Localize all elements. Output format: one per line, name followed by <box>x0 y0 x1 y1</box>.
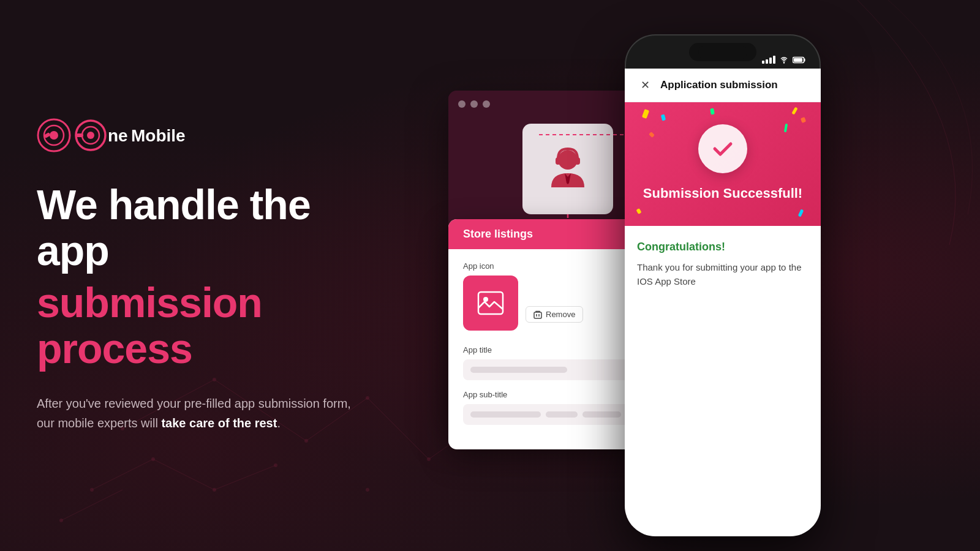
congrats-text: Thank you for submitting your app to the… <box>637 261 809 288</box>
logo-icon <box>37 118 71 152</box>
confetti-6 <box>636 208 641 214</box>
confetti-5 <box>784 124 788 132</box>
image-placeholder-icon <box>477 291 504 315</box>
app-icon-upload[interactable] <box>463 276 518 331</box>
signal-icon <box>762 56 775 64</box>
browser-dot-2 <box>470 100 478 108</box>
status-icons <box>762 56 806 64</box>
svg-text:ne: ne <box>108 126 128 145</box>
app-subtitle-placeholder-2 <box>546 411 578 418</box>
svg-point-38 <box>483 297 488 302</box>
left-panel: ne Mobile We handle the app submission p… <box>0 0 417 551</box>
phone-body: Congratulations! Thank you for submittin… <box>625 226 821 536</box>
confetti-7 <box>798 209 804 217</box>
phone-success-banner: Submission Successfull! <box>625 102 821 226</box>
right-panel: Store listings App icon <box>417 0 980 551</box>
battery-icon <box>793 56 806 64</box>
agent-icon <box>540 141 595 197</box>
svg-point-45 <box>783 62 785 63</box>
headline-line2: submission process <box>37 280 380 372</box>
svg-point-23 <box>50 131 58 140</box>
svg-rect-37 <box>478 292 503 314</box>
logo-svg: ne Mobile <box>75 119 197 151</box>
svg-rect-47 <box>794 58 802 62</box>
browser-dot-1 <box>458 100 466 108</box>
confetti-2 <box>661 114 666 121</box>
description: After you've reviewed your pre-filled ap… <box>37 394 355 433</box>
svg-text:Mobile: Mobile <box>131 126 186 145</box>
agent-card <box>522 124 613 214</box>
phone-header: ✕ Application submission <box>625 69 821 102</box>
confetti-9 <box>710 108 715 115</box>
confetti-3 <box>791 107 797 115</box>
confetti-4 <box>801 117 806 123</box>
browser-dot-3 <box>483 100 490 108</box>
success-text: Submission Successfull! <box>643 186 802 201</box>
app-subtitle-placeholder-1 <box>470 411 541 418</box>
phone-header-title: Application submission <box>660 79 809 91</box>
remove-icon <box>533 310 542 319</box>
svg-point-27 <box>87 132 94 139</box>
confetti-8 <box>649 132 655 138</box>
headline-line1: We handle the app <box>37 182 380 274</box>
phone-close-button[interactable]: ✕ <box>637 77 653 93</box>
phone-mockup: ✕ Application submission Submission Succ… <box>625 34 821 536</box>
svg-point-31 <box>558 150 578 170</box>
checkmark-circle <box>698 124 747 173</box>
svg-rect-32 <box>556 157 560 165</box>
app-subtitle-placeholder-3 <box>582 411 621 418</box>
remove-button-label: Remove <box>546 310 575 319</box>
wifi-icon <box>779 56 789 64</box>
svg-rect-33 <box>575 157 580 165</box>
logo: ne Mobile <box>37 118 380 152</box>
remove-button[interactable]: Remove <box>526 306 583 323</box>
svg-rect-28 <box>76 133 83 137</box>
app-title-placeholder <box>470 367 567 373</box>
congrats-title: Congratulations! <box>637 241 809 253</box>
checkmark-icon <box>710 136 736 162</box>
svg-rect-39 <box>534 312 541 318</box>
phone-notch-pill <box>698 45 747 59</box>
confetti-1 <box>642 109 649 119</box>
phone-notch <box>689 43 756 61</box>
